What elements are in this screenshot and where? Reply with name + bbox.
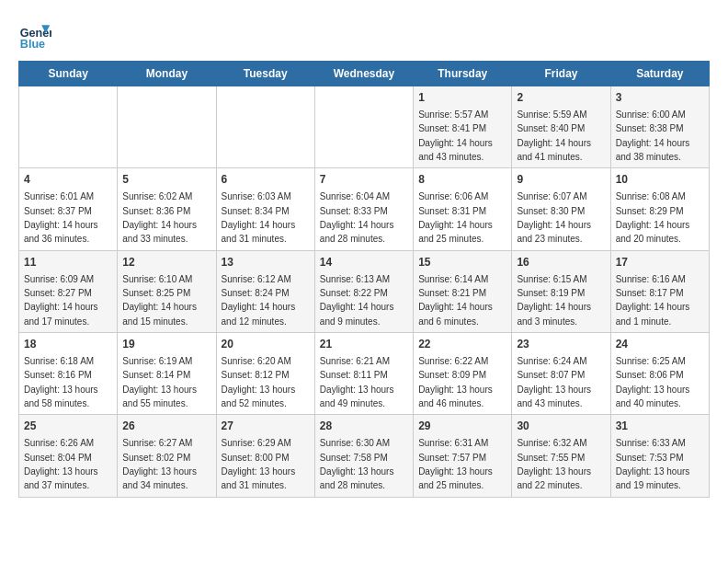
calendar-cell: 23Sunrise: 6:24 AM Sunset: 8:07 PM Dayli… bbox=[512, 333, 610, 415]
day-info: Sunrise: 6:01 AM Sunset: 8:37 PM Dayligh… bbox=[24, 191, 98, 244]
calendar-cell: 14Sunrise: 6:13 AM Sunset: 8:22 PM Dayli… bbox=[314, 250, 413, 332]
calendar-cell: 17Sunrise: 6:16 AM Sunset: 8:17 PM Dayli… bbox=[610, 250, 709, 332]
day-info: Sunrise: 6:15 AM Sunset: 8:19 PM Dayligh… bbox=[517, 274, 591, 327]
calendar-cell: 31Sunrise: 6:33 AM Sunset: 7:53 PM Dayli… bbox=[610, 415, 709, 497]
header: General Blue bbox=[18, 18, 710, 52]
calendar-table: SundayMondayTuesdayWednesdayThursdayFrid… bbox=[18, 61, 710, 498]
day-info: Sunrise: 6:16 AM Sunset: 8:17 PM Dayligh… bbox=[616, 274, 690, 327]
day-number: 15 bbox=[418, 255, 506, 270]
calendar-cell: 11Sunrise: 6:09 AM Sunset: 8:27 PM Dayli… bbox=[19, 250, 118, 332]
calendar-cell: 15Sunrise: 6:14 AM Sunset: 8:21 PM Dayli… bbox=[414, 250, 512, 332]
calendar-cell: 27Sunrise: 6:29 AM Sunset: 8:00 PM Dayli… bbox=[216, 415, 314, 497]
calendar-cell: 16Sunrise: 6:15 AM Sunset: 8:19 PM Dayli… bbox=[512, 250, 610, 332]
day-info: Sunrise: 6:21 AM Sunset: 8:11 PM Dayligh… bbox=[320, 356, 394, 408]
day-number: 31 bbox=[616, 419, 704, 434]
calendar-cell: 4Sunrise: 6:01 AM Sunset: 8:37 PM Daylig… bbox=[19, 168, 118, 250]
calendar-cell: 12Sunrise: 6:10 AM Sunset: 8:25 PM Dayli… bbox=[118, 250, 216, 332]
day-number: 19 bbox=[122, 337, 210, 352]
day-info: Sunrise: 6:27 AM Sunset: 8:02 PM Dayligh… bbox=[122, 438, 197, 490]
day-info: Sunrise: 6:30 AM Sunset: 7:58 PM Dayligh… bbox=[320, 438, 394, 490]
calendar-cell: 19Sunrise: 6:19 AM Sunset: 8:14 PM Dayli… bbox=[118, 333, 216, 415]
day-info: Sunrise: 6:20 AM Sunset: 8:12 PM Dayligh… bbox=[222, 356, 296, 408]
day-info: Sunrise: 6:03 AM Sunset: 8:34 PM Dayligh… bbox=[222, 191, 296, 244]
day-number: 20 bbox=[222, 337, 310, 352]
day-info: Sunrise: 6:09 AM Sunset: 8:27 PM Dayligh… bbox=[24, 274, 98, 327]
day-info: Sunrise: 6:14 AM Sunset: 8:21 PM Dayligh… bbox=[418, 274, 493, 327]
calendar-cell: 8Sunrise: 6:06 AM Sunset: 8:31 PM Daylig… bbox=[414, 168, 512, 250]
calendar-cell: 29Sunrise: 6:31 AM Sunset: 7:57 PM Dayli… bbox=[414, 415, 512, 497]
day-number: 2 bbox=[517, 90, 605, 106]
day-info: Sunrise: 6:04 AM Sunset: 8:33 PM Dayligh… bbox=[320, 191, 394, 244]
day-info: Sunrise: 6:32 AM Sunset: 7:55 PM Dayligh… bbox=[517, 438, 591, 490]
calendar-cell: 30Sunrise: 6:32 AM Sunset: 7:55 PM Dayli… bbox=[512, 415, 610, 497]
day-number: 8 bbox=[418, 172, 506, 188]
day-info: Sunrise: 6:31 AM Sunset: 7:57 PM Dayligh… bbox=[418, 438, 493, 490]
calendar-cell: 25Sunrise: 6:26 AM Sunset: 8:04 PM Dayli… bbox=[19, 415, 118, 497]
day-number: 16 bbox=[517, 255, 605, 270]
day-number: 24 bbox=[616, 337, 704, 352]
day-number: 3 bbox=[616, 90, 704, 106]
day-number: 21 bbox=[320, 337, 408, 352]
day-info: Sunrise: 6:26 AM Sunset: 8:04 PM Dayligh… bbox=[24, 438, 98, 490]
calendar-cell: 18Sunrise: 6:18 AM Sunset: 8:16 PM Dayli… bbox=[19, 333, 118, 415]
day-info: Sunrise: 6:10 AM Sunset: 8:25 PM Dayligh… bbox=[122, 274, 197, 327]
day-header-thursday: Thursday bbox=[414, 62, 512, 86]
day-header-tuesday: Tuesday bbox=[216, 62, 314, 86]
calendar-cell: 1Sunrise: 5:57 AM Sunset: 8:41 PM Daylig… bbox=[414, 86, 512, 168]
day-header-sunday: Sunday bbox=[19, 62, 118, 86]
day-header-monday: Monday bbox=[118, 62, 216, 86]
calendar-cell: 13Sunrise: 6:12 AM Sunset: 8:24 PM Dayli… bbox=[216, 250, 314, 332]
calendar-cell bbox=[314, 86, 413, 168]
calendar-cell: 5Sunrise: 6:02 AM Sunset: 8:36 PM Daylig… bbox=[118, 168, 216, 250]
day-number: 1 bbox=[418, 90, 506, 106]
svg-text:Blue: Blue bbox=[20, 38, 45, 51]
day-number: 27 bbox=[222, 419, 310, 434]
calendar-cell: 28Sunrise: 6:30 AM Sunset: 7:58 PM Dayli… bbox=[314, 415, 413, 497]
logo: General Blue bbox=[18, 18, 51, 52]
day-info: Sunrise: 6:06 AM Sunset: 8:31 PM Dayligh… bbox=[418, 191, 493, 244]
day-info: Sunrise: 6:07 AM Sunset: 8:30 PM Dayligh… bbox=[517, 191, 591, 244]
day-number: 7 bbox=[320, 172, 408, 188]
day-info: Sunrise: 6:00 AM Sunset: 8:38 PM Dayligh… bbox=[616, 109, 690, 162]
calendar-cell: 3Sunrise: 6:00 AM Sunset: 8:38 PM Daylig… bbox=[610, 86, 709, 168]
calendar-cell bbox=[118, 86, 216, 168]
day-number: 5 bbox=[122, 172, 210, 188]
day-info: Sunrise: 6:19 AM Sunset: 8:14 PM Dayligh… bbox=[122, 356, 197, 408]
calendar-cell: 21Sunrise: 6:21 AM Sunset: 8:11 PM Dayli… bbox=[314, 333, 413, 415]
day-info: Sunrise: 6:13 AM Sunset: 8:22 PM Dayligh… bbox=[320, 274, 394, 327]
day-number: 26 bbox=[122, 419, 210, 434]
day-header-friday: Friday bbox=[512, 62, 610, 86]
day-number: 28 bbox=[320, 419, 408, 434]
calendar-cell: 2Sunrise: 5:59 AM Sunset: 8:40 PM Daylig… bbox=[512, 86, 610, 168]
day-info: Sunrise: 6:33 AM Sunset: 7:53 PM Dayligh… bbox=[616, 438, 690, 490]
calendar-cell bbox=[19, 86, 118, 168]
day-number: 14 bbox=[320, 255, 408, 270]
logo-icon: General Blue bbox=[18, 18, 51, 52]
day-number: 18 bbox=[24, 337, 112, 352]
day-info: Sunrise: 6:18 AM Sunset: 8:16 PM Dayligh… bbox=[24, 356, 98, 408]
day-number: 6 bbox=[222, 172, 310, 188]
day-number: 10 bbox=[616, 172, 704, 188]
day-info: Sunrise: 6:12 AM Sunset: 8:24 PM Dayligh… bbox=[222, 274, 296, 327]
day-header-wednesday: Wednesday bbox=[314, 62, 413, 86]
calendar-cell: 9Sunrise: 6:07 AM Sunset: 8:30 PM Daylig… bbox=[512, 168, 610, 250]
day-info: Sunrise: 6:25 AM Sunset: 8:06 PM Dayligh… bbox=[616, 356, 690, 408]
day-number: 22 bbox=[418, 337, 506, 352]
day-header-saturday: Saturday bbox=[610, 62, 709, 86]
day-number: 4 bbox=[24, 172, 112, 188]
day-number: 23 bbox=[517, 337, 605, 352]
day-number: 9 bbox=[517, 172, 605, 188]
calendar-cell: 7Sunrise: 6:04 AM Sunset: 8:33 PM Daylig… bbox=[314, 168, 413, 250]
day-info: Sunrise: 6:22 AM Sunset: 8:09 PM Dayligh… bbox=[418, 356, 493, 408]
day-number: 29 bbox=[418, 419, 506, 434]
day-number: 13 bbox=[222, 255, 310, 270]
calendar-cell: 10Sunrise: 6:08 AM Sunset: 8:29 PM Dayli… bbox=[610, 168, 709, 250]
day-info: Sunrise: 6:29 AM Sunset: 8:00 PM Dayligh… bbox=[222, 438, 296, 490]
calendar-cell bbox=[216, 86, 314, 168]
calendar-cell: 6Sunrise: 6:03 AM Sunset: 8:34 PM Daylig… bbox=[216, 168, 314, 250]
day-number: 12 bbox=[122, 255, 210, 270]
day-info: Sunrise: 6:24 AM Sunset: 8:07 PM Dayligh… bbox=[517, 356, 591, 408]
day-number: 30 bbox=[517, 419, 605, 434]
day-info: Sunrise: 6:08 AM Sunset: 8:29 PM Dayligh… bbox=[616, 191, 690, 244]
day-info: Sunrise: 5:57 AM Sunset: 8:41 PM Dayligh… bbox=[418, 109, 493, 162]
